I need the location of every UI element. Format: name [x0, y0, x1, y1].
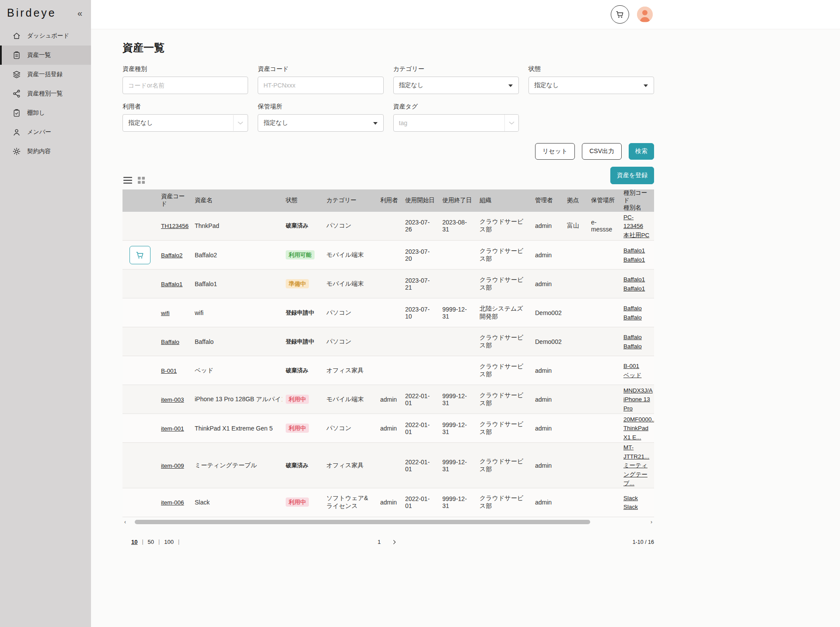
row-cart-button[interactable]: [130, 246, 150, 264]
home-icon: [12, 32, 21, 40]
page-size-option[interactable]: 50: [148, 539, 154, 545]
type-code-link[interactable]: MNDX3J/A: [623, 387, 653, 394]
user: admin: [377, 488, 402, 517]
brand-logo: Birdeye: [7, 7, 56, 19]
site: [564, 241, 588, 270]
site: 富山: [564, 212, 588, 241]
type-code-link[interactable]: B-001: [623, 363, 639, 369]
avatar[interactable]: [637, 7, 653, 22]
type-name-link[interactable]: 本社用PC: [623, 232, 649, 238]
sidebar-menu: ダッシュボード資産一覧資産一括登録資産種別一覧棚卸しメンバー契約内容: [0, 26, 91, 161]
scrollbar-track[interactable]: [130, 520, 647, 524]
asset-code-link[interactable]: TH123456: [161, 223, 189, 229]
current-page[interactable]: 1: [378, 539, 381, 545]
list-view-icon[interactable]: [123, 176, 132, 184]
asset-code-input[interactable]: [258, 77, 383, 94]
row-cart-cell: [122, 241, 158, 270]
type-name-link[interactable]: Slack: [623, 504, 638, 510]
row-cart-cell: [122, 443, 158, 488]
type-code-link[interactable]: Baffalo: [623, 305, 642, 312]
asset-code-link[interactable]: Baffalo: [161, 339, 179, 345]
search-button[interactable]: 検索: [629, 143, 654, 160]
end-date: [439, 270, 476, 298]
asset-code-link[interactable]: item-003: [161, 396, 184, 403]
type-name-link[interactable]: Baffalo: [623, 314, 642, 321]
category-label: カテゴリー: [393, 65, 519, 73]
grid-view-icon[interactable]: [137, 176, 145, 184]
column-header: 保管場所: [588, 189, 620, 212]
asset-code-link[interactable]: Baffalo1: [161, 281, 182, 287]
asset-code-link[interactable]: item-001: [161, 425, 184, 432]
type-name-link[interactable]: Baffalo: [623, 343, 642, 350]
type-name-link[interactable]: iPhone 13 Pro: [623, 396, 650, 412]
start-date: 2023-07-20: [402, 241, 439, 270]
page-size-option[interactable]: 100: [164, 539, 174, 545]
asset-code-link[interactable]: Baffalo2: [161, 252, 182, 259]
scroll-right-icon[interactable]: ›: [649, 519, 654, 525]
sidebar-item[interactable]: 資産種別一覧: [0, 84, 91, 103]
manager: admin: [532, 212, 564, 241]
type-code-link[interactable]: Baffalo: [623, 334, 642, 340]
sidebar-item[interactable]: メンバー: [0, 123, 91, 142]
table-row: Baffalo2Baffalo2利用可能モバイル端末2023-07-20クラウド…: [122, 241, 654, 270]
manager: admin: [532, 270, 564, 298]
next-page-button[interactable]: [389, 537, 399, 547]
reset-button[interactable]: リセット: [535, 143, 575, 160]
type-code-link[interactable]: Baffalo1: [623, 276, 645, 283]
asset-name: ThinkPad X1 Extreme Gen 5: [191, 414, 282, 443]
start-date: 2023-07-10: [402, 298, 439, 327]
category: パソコン: [323, 212, 377, 241]
asset-tag-input[interactable]: [393, 114, 519, 132]
user-select[interactable]: 指定なし: [122, 114, 248, 132]
category: オフィス家具: [323, 443, 377, 488]
sidebar-item[interactable]: 契約内容: [0, 142, 91, 161]
manager: admin: [532, 356, 564, 385]
site: [564, 327, 588, 356]
status-cell: 利用中: [282, 488, 323, 517]
sidebar-collapse-icon[interactable]: «: [77, 9, 82, 18]
type-code-link[interactable]: 20MF0000...: [623, 416, 654, 423]
type-code-link[interactable]: Baffalo1: [623, 247, 645, 254]
register-asset-button[interactable]: 資産を登録: [610, 167, 654, 184]
cart-button[interactable]: [611, 5, 629, 24]
type-code-link[interactable]: MT-JTTR21...: [623, 444, 649, 460]
sidebar-item[interactable]: ダッシュボード: [0, 26, 91, 46]
asset-code-link[interactable]: wifi: [161, 310, 170, 316]
status-cell: 利用可能: [282, 241, 323, 270]
csv-export-button[interactable]: CSV出力: [582, 143, 622, 160]
user: [377, 241, 402, 270]
site: [564, 443, 588, 488]
asset-type-input[interactable]: [122, 77, 248, 94]
storage-location: [588, 488, 620, 517]
type-name-link[interactable]: ThinkPad X1 E...: [623, 425, 648, 441]
pagination: 10|50|100| 1 1-10 / 16: [122, 537, 654, 549]
type-code-link[interactable]: Slack: [623, 495, 638, 501]
category: モバイル端末: [323, 241, 377, 270]
scroll-left-icon[interactable]: ‹: [122, 519, 128, 525]
asset-type-label: 資産種別: [122, 65, 248, 73]
filter-storage: 保管場所 指定なし: [258, 103, 383, 132]
type-code-link[interactable]: PC-123456: [623, 214, 643, 230]
scrollbar-thumb[interactable]: [135, 520, 590, 524]
type-name-link[interactable]: ベッド: [623, 372, 641, 378]
storage-select[interactable]: 指定なし: [258, 114, 383, 132]
asset-code-link[interactable]: item-009: [161, 462, 184, 469]
asset-table: 資産コード資産名状態カテゴリー利用者使用開始日使用終了日組織管理者拠点保管場所種…: [122, 189, 654, 517]
end-date: 9999-12-31: [439, 385, 476, 414]
type-name-link[interactable]: Baffalo1: [623, 256, 645, 263]
status-select[interactable]: 指定なし: [528, 77, 654, 94]
category-select[interactable]: 指定なし: [393, 77, 519, 94]
type-name-link[interactable]: Baffalo1: [623, 285, 645, 292]
asset-code-cell: item-009: [158, 443, 191, 488]
sidebar-item[interactable]: 資産一括登録: [0, 65, 91, 84]
status-cell: 破棄済み: [282, 443, 323, 488]
sidebar-item[interactable]: 棚卸し: [0, 103, 91, 123]
asset-code-link[interactable]: item-006: [161, 499, 184, 506]
type-name-link[interactable]: ミーティングテーブ...: [623, 462, 648, 487]
app-root: Birdeye « ダッシュボード資産一覧資産一括登録資産種別一覧棚卸しメンバー…: [0, 0, 840, 627]
user-label: 利用者: [122, 103, 248, 111]
sidebar-item[interactable]: 資産一覧: [0, 46, 91, 65]
cart-icon: [135, 250, 145, 260]
page-size-option[interactable]: 10: [131, 539, 137, 545]
asset-code-link[interactable]: B-001: [161, 368, 177, 374]
